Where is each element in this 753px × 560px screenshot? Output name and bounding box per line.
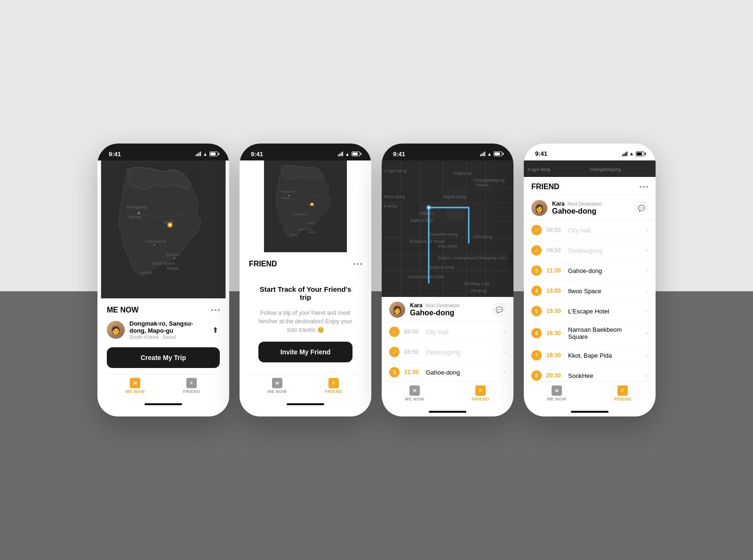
tab-bar-2: M ME NOW F FRIEND [249, 374, 362, 400]
svg-text:Daegu: Daegu [167, 266, 179, 271]
trip-time-4-7: 18:30 [546, 352, 563, 359]
tab-friend-label-3: FRIEND [472, 397, 489, 401]
svg-text:Gwanhun-dong: Gwanhun-dong [429, 232, 458, 237]
svg-text:Jongno-gu: Jongno-gu [452, 171, 473, 176]
status-time-2: 9:41 [251, 151, 263, 158]
svg-text:Gumi-si: Gumi-si [307, 222, 316, 224]
trip-item-4-6[interactable]: 6 16:30 Namsan Baekbeom Square › [524, 321, 656, 345]
more-menu-2[interactable] [353, 263, 362, 265]
tab-friend-4[interactable]: F FRIEND [590, 385, 656, 401]
status-bar-2: 9:41 ▲ [240, 144, 371, 160]
me-now-icon-2: M [272, 378, 282, 388]
trip-number-4-3: 3 [531, 265, 542, 276]
tab-friend-label-4: FRIEND [614, 397, 632, 401]
signal-icon-4 [622, 152, 627, 156]
phone-2: 9:41 ▲ [240, 144, 371, 416]
friend-info-bar-3: 👩 Kara Next Destination Gahoe-dong 💬 [382, 297, 513, 322]
trip-item-4-1[interactable]: ✓ 08:00 City Hall › [524, 220, 656, 240]
tab-bar-4: M ME NOW F FRIEND [524, 381, 656, 407]
trip-check-2: ✓ [389, 347, 400, 357]
trip-name-4-1: City Hall [568, 227, 641, 234]
svg-point-17 [288, 195, 290, 196]
svg-text:Pyongyang: Pyongyang [281, 190, 294, 193]
location-name-1: Dongmak-ro, Sangsu-dong, Mapo-gu [129, 320, 206, 334]
map-3: Changdeokgung Palace Jongno-gu Anguk-don… [382, 160, 513, 297]
tab-me-now-3[interactable]: M ME NOW [382, 385, 448, 401]
tab-me-now-2[interactable]: M ME NOW [249, 378, 305, 394]
status-time-4: 9:41 [535, 150, 547, 157]
me-now-icon-3: M [409, 385, 420, 396]
battery-icon-3 [494, 152, 502, 156]
create-trip-button[interactable]: Create My Trip [107, 347, 220, 368]
status-icons-3: ▲ [480, 152, 502, 157]
trip-name-2: Deoksugung [426, 349, 499, 356]
tab-friend-3[interactable]: F FRIEND [448, 385, 513, 401]
trip-name-1: City Hall [426, 328, 499, 336]
more-menu-1[interactable] [211, 309, 220, 311]
svg-point-3 [153, 244, 155, 246]
trip-time-4-8: 20:30 [546, 372, 563, 379]
tab-me-now-4[interactable]: M ME NOW [524, 385, 590, 401]
tab-me-now-label-3: ME NOW [405, 397, 425, 401]
status-icons-4: ▲ [622, 151, 644, 156]
svg-text:Changdeokgung: Changdeokgung [590, 167, 621, 172]
svg-text:Insa-dong: Insa-dong [438, 244, 457, 248]
trip-name-3: Gahoe-dong [426, 369, 499, 376]
friend-dest-3: Gahoe-dong [410, 309, 488, 317]
wifi-icon-3: ▲ [487, 152, 492, 157]
svg-text:in-gyo-dong: in-gyo-dong [528, 167, 550, 172]
more-menu-4[interactable] [640, 186, 648, 188]
trip-item-4-4[interactable]: 4 14:00 Ilwoo Space › [524, 281, 656, 301]
bottom-panel-1: ME NOW 🧑 Dongmak-ro, Sangsu-dong, Mapo-g… [97, 298, 229, 416]
svg-text:Sajik-ro: Sajik-ro [419, 211, 434, 216]
trip-item-3[interactable]: 3 11:30 Gahoe-dong › [382, 362, 513, 381]
trip-time-3: 11:30 [404, 369, 421, 376]
trip-name-4-8: SookHee [568, 372, 641, 379]
svg-text:Pirun-dong: Pirun-dong [384, 194, 405, 199]
chevron-4-1: › [646, 227, 648, 233]
chat-button-3[interactable]: 💬 [493, 303, 506, 316]
trip-item-2[interactable]: ✓ 08:50 Deoksugung › [382, 342, 513, 362]
map-strip-4: in-gyo-dong Changdeokgung [524, 160, 656, 177]
chevron-3: › [504, 369, 506, 376]
svg-point-1 [138, 212, 140, 214]
friend-icon-4: F [617, 385, 628, 396]
svg-text:Eulpiro Underground Shopping C: Eulpiro Underground Shopping Cen... [438, 256, 509, 260]
battery-icon-2 [352, 152, 360, 156]
trip-item-4-5[interactable]: 5 15:30 L'Escape Hotel › [524, 301, 656, 321]
location-sub-1: South Korea · Seoul [129, 334, 206, 340]
svg-point-15 [169, 224, 171, 226]
trip-item-4-7[interactable]: 7 18:30 Kkot, Bape Pida › [524, 345, 656, 366]
friend-name-4: Kara [552, 200, 565, 207]
tab-friend-2[interactable]: F FRIEND [305, 378, 362, 394]
trip-number-4-4: 4 [531, 286, 542, 296]
signal-icon [196, 152, 201, 156]
svg-text:Jeonju: Jeonju [290, 233, 298, 236]
share-icon[interactable]: ⬆ [210, 325, 220, 335]
friend-icon-1: F [186, 378, 197, 388]
trip-item-4-3[interactable]: 3 11:30 Gahoe-dong › [524, 261, 656, 281]
trip-item-4-8[interactable]: 8 20:30 SookHee › [524, 366, 656, 381]
svg-text:Anguk-dong: Anguk-dong [443, 194, 466, 199]
panel-title-4: FRIEND [531, 183, 560, 191]
trip-name-4-6: Namsan Baekbeom Square [568, 326, 641, 340]
trip-number-4-6: 6 [531, 328, 542, 338]
status-bar-1: 9:41 ▲ [97, 144, 229, 160]
invite-content: Start Track of Your Friend's trip Follow… [249, 274, 362, 374]
chevron-4-8: › [646, 372, 648, 379]
trip-name-4-5: L'Escape Hotel [568, 308, 641, 315]
invite-friend-button[interactable]: Invite My Friend [258, 342, 352, 362]
panel-header-2: FRIEND [249, 260, 362, 268]
tab-me-now-1[interactable]: M ME NOW [107, 378, 163, 394]
wifi-icon: ▲ [203, 152, 208, 157]
status-time-3: 9:41 [393, 151, 405, 158]
friend-info-bar-4: 👩 Kara Next Destination Gahoe-dong 💬 [524, 195, 656, 220]
trip-item-4-2[interactable]: ✓ 08:50 Deoksugung › [524, 240, 656, 261]
wifi-icon-2: ▲ [345, 152, 350, 157]
svg-text:in-gyo-dong: in-gyo-dong [384, 168, 407, 173]
trip-item-1[interactable]: ✓ 08:00 City Hall › [382, 322, 513, 342]
chat-button-4[interactable]: 💬 [635, 201, 648, 215]
trip-number-4-5: 5 [531, 306, 542, 316]
tab-friend-1[interactable]: F FRIEND [163, 378, 220, 394]
svg-text:Sungmyemun Gate: Sungmyemun Gate [408, 274, 444, 279]
